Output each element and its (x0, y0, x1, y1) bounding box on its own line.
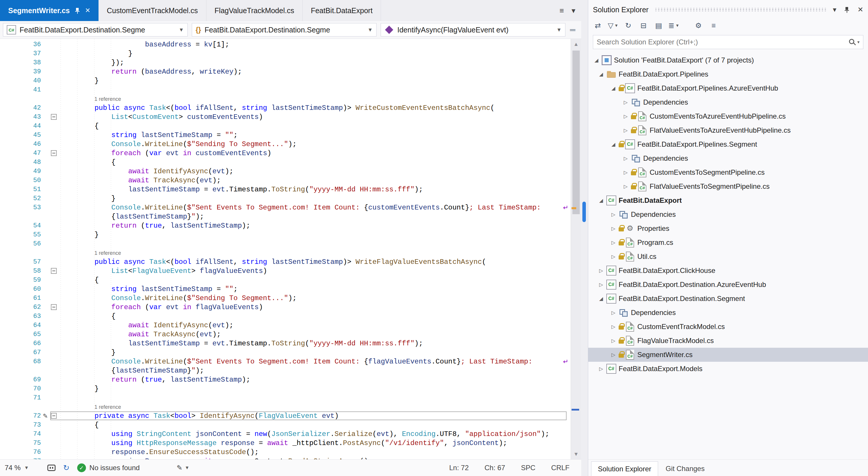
tree-item-segmentwriter-cs[interactable]: ▷SegmentWriter.cs (588, 348, 868, 362)
codelens-row[interactable]: 1 reference (0, 94, 571, 103)
code-line[interactable]: 44 { (0, 122, 571, 131)
tree-item-dependencies[interactable]: ▷Dependencies (588, 95, 868, 109)
column-indicator[interactable]: Ch: 67 (485, 464, 505, 472)
tree-item-flagvaluetrackmodel-cs[interactable]: ▷FlagValueTrackModel.cs (588, 334, 868, 348)
code-text[interactable]: Console.WriteLine($"Sent Events To Segme… (59, 357, 571, 366)
code-line[interactable]: 59 { (0, 276, 571, 285)
code-text[interactable]: await IdentifyAsync(evt); (59, 167, 571, 176)
window-position-icon[interactable]: ▾ (833, 5, 836, 14)
code-text[interactable]: public async Task<(bool ifAllSent, strin… (59, 103, 571, 113)
tab-segmentwriter-cs[interactable]: SegmentWriter.cs✕ (0, 0, 98, 21)
panel-tab-solution-explorer[interactable]: Solution Explorer (591, 462, 658, 476)
expanded-arrow-icon[interactable]: ◢ (608, 141, 619, 148)
code-line[interactable]: 73 { (0, 420, 571, 430)
reference-count-link[interactable]: 1 reference (94, 250, 121, 256)
codelens-text[interactable]: 1 reference (59, 94, 571, 103)
code-line[interactable]: 36 baseAddress = kv[1]; (0, 40, 571, 49)
tree-item-properties[interactable]: ▷Properties (588, 221, 868, 235)
code-line[interactable]: 55 } (0, 230, 571, 239)
code-text[interactable]: } (59, 384, 571, 393)
code-text[interactable]: await IdentifyAsync(evt); (59, 321, 571, 330)
collapsed-arrow-icon[interactable]: ▷ (620, 155, 631, 162)
code-line[interactable]: 41 (0, 85, 571, 94)
code-text[interactable]: string lastSentTimeStamp = ""; (59, 131, 571, 140)
code-cleanup-button[interactable]: ✎ ▼ (177, 464, 189, 472)
code-line[interactable]: 49 await IdentifyAsync(evt); (0, 167, 571, 176)
code-text[interactable]: using StringContent jsonContent = new(Js… (59, 430, 571, 439)
code-text[interactable]: return (baseAddress, writeKey); (59, 67, 571, 76)
scroll-up-icon[interactable]: ▲ (571, 39, 581, 50)
collapsed-arrow-icon[interactable]: ▷ (608, 212, 619, 218)
code-line-wrap[interactable]: {lastSentTimeStamp}"); (0, 366, 571, 375)
tab-customeventtrackmodel-cs[interactable]: CustomEventTrackModel.cs (98, 0, 207, 21)
code-text[interactable]: foreach (var evt in flagValueEvents) (59, 303, 571, 312)
file-nesting-icon[interactable]: ≣▼ (667, 19, 681, 32)
tree-item-featbit-dataexport[interactable]: ◢FeatBit.DataExport (588, 193, 868, 208)
code-text[interactable]: { (59, 420, 571, 430)
code-line[interactable]: 54 return (true, lastSentTimeStamp); (0, 221, 571, 230)
code-editor[interactable]: 36 baseAddress = kv[1];37 }38 });39 retu… (0, 39, 581, 459)
code-text[interactable]: {lastSentTimeStamp}"); (59, 366, 571, 375)
code-line[interactable]: 39 return (baseAddress, writeKey); (0, 67, 571, 76)
sync-status-icon[interactable]: ↻ (63, 464, 69, 473)
refresh-icon[interactable]: ↻ (622, 19, 635, 32)
code-line[interactable]: 51 lastSentTimeStamp = evt.Timestamp.ToS… (0, 185, 571, 194)
tab-flagvaluetrackmodel-cs[interactable]: FlagValueTrackModel.cs (207, 0, 303, 21)
tree-item-solution-featbit-dataexport-7-of-7-projects-[interactable]: ◢Solution 'FeatBit.DataExport' (7 of 7 p… (588, 53, 868, 67)
code-line-wrap[interactable]: {lastSentTimeStamp}"); (0, 212, 571, 221)
code-text[interactable]: var jsonResponse = await response.Conten… (59, 457, 571, 459)
code-text[interactable]: string lastSentTimeStamp = ""; (59, 285, 571, 294)
properties-icon[interactable]: ⚙ (692, 19, 705, 32)
expanded-arrow-icon[interactable]: ◢ (596, 197, 606, 204)
code-text[interactable]: response.EnsureSuccessStatusCode(); (59, 448, 571, 457)
chevron-down-icon[interactable]: ▾ (857, 39, 860, 45)
code-text[interactable]: Console.WriteLine($"Sending To Segment..… (59, 140, 571, 149)
collapsed-arrow-icon[interactable]: ▷ (620, 184, 631, 190)
collapsed-arrow-icon[interactable]: ▷ (620, 99, 631, 105)
code-line[interactable]: 50 await TrackAsync(evt); (0, 176, 571, 185)
code-text[interactable]: baseAddress = kv[1]; (59, 40, 571, 49)
scrollbar-thumb[interactable] (572, 51, 580, 214)
code-line[interactable]: 42 public async Task<(bool ifAllSent, st… (0, 103, 571, 113)
code-line[interactable]: 43 List<CustomEvent> customEventEvents) (0, 113, 571, 122)
code-text[interactable] (59, 85, 571, 94)
code-text[interactable] (59, 239, 571, 248)
code-text[interactable]: lastSentTimeStamp = evt.Timestamp.ToStri… (59, 185, 571, 194)
code-text[interactable]: return (true, lastSentTimeStamp); (59, 375, 571, 384)
code-text[interactable]: Console.WriteLine($"Sent Events To Segme… (59, 203, 571, 212)
code-line[interactable]: 66 lastSentTimeStamp = evt.Timestamp.ToS… (0, 339, 571, 348)
collapsed-arrow-icon[interactable]: ▷ (596, 366, 606, 372)
collapse-region-icon[interactable] (51, 150, 57, 156)
code-line[interactable]: 58 List<FlagValueEvent> flagValueEvents) (0, 266, 571, 276)
codelens-row[interactable]: 1 reference (0, 402, 571, 411)
tree-item-util-cs[interactable]: ▷Util.cs (588, 250, 868, 263)
collapsed-arrow-icon[interactable]: ▷ (608, 240, 619, 246)
class-dropdown[interactable]: {}FeatBit.DataExport.Destination.Segme▼ (192, 23, 377, 36)
collapsed-arrow-icon[interactable]: ▷ (596, 282, 606, 288)
tree-item-featbit-dataexport-models[interactable]: ▷FeatBit.DataExport.Models (588, 362, 868, 376)
collapse-region-icon[interactable] (51, 114, 57, 120)
code-text[interactable]: { (59, 276, 571, 285)
codelens-text[interactable]: 1 reference (59, 248, 571, 257)
collapse-region-icon[interactable] (51, 268, 57, 274)
code-text[interactable]: { (59, 122, 571, 131)
pin-icon[interactable] (844, 6, 850, 13)
collapsed-arrow-icon[interactable]: ▷ (608, 226, 619, 232)
code-line[interactable]: 68 Console.WriteLine($"Sent Events To Se… (0, 357, 571, 366)
tree-item-flatvalueeventstoazureeventhubpipeline-cs[interactable]: ▷FlatValueEventsToAzureEventHubPipeline.… (588, 123, 868, 137)
split-editor-icon[interactable]: ═ (570, 25, 578, 34)
whitespace-indicator[interactable]: SPC (521, 464, 535, 472)
tree-item-featbit-dataexport-destination-segment[interactable]: ◢FeatBit.DataExport.Destination.Segment (588, 292, 868, 306)
collapse-region-icon[interactable] (51, 304, 57, 310)
code-line[interactable]: 61 Console.WriteLine($"Sending To Segmen… (0, 294, 571, 303)
code-line[interactable]: 71 (0, 393, 571, 402)
code-line[interactable]: 70 } (0, 384, 571, 393)
tree-item-dependencies[interactable]: ▷Dependencies (588, 151, 868, 165)
collapse-region-icon[interactable] (51, 413, 57, 419)
code-text[interactable]: return (true, lastSentTimeStamp); (59, 221, 571, 230)
code-line[interactable]: 67 } (0, 348, 571, 357)
code-text[interactable]: foreach (var evt in customEventEvents) (59, 149, 571, 158)
zoom-selector[interactable]: 74 % ▼ (5, 464, 40, 472)
vertical-scrollbar[interactable]: ▲ ▼ (571, 39, 581, 459)
code-text[interactable]: } (59, 348, 571, 357)
